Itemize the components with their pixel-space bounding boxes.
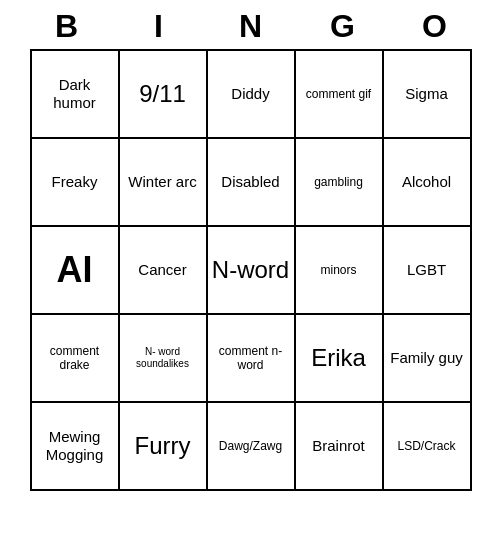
bingo-cell: Dark humor bbox=[32, 51, 120, 139]
bingo-cell: Furry bbox=[120, 403, 208, 491]
bingo-cell: Dawg/Zawg bbox=[208, 403, 296, 491]
bingo-cell: Disabled bbox=[208, 139, 296, 227]
bingo-cell: Winter arc bbox=[120, 139, 208, 227]
header-letter: G bbox=[301, 8, 385, 45]
header-letter: B bbox=[25, 8, 109, 45]
bingo-cell: Brainrot bbox=[296, 403, 384, 491]
bingo-cell: Family guy bbox=[384, 315, 472, 403]
bingo-cell: Erika bbox=[296, 315, 384, 403]
bingo-cell: comment drake bbox=[32, 315, 120, 403]
bingo-cell: N- word soundalikes bbox=[120, 315, 208, 403]
bingo-grid: Dark humor9/11Diddycomment gifSigmaFreak… bbox=[30, 49, 472, 491]
bingo-cell: Freaky bbox=[32, 139, 120, 227]
header-letter: I bbox=[117, 8, 201, 45]
bingo-cell: 9/11 bbox=[120, 51, 208, 139]
header-letter: N bbox=[209, 8, 293, 45]
bingo-cell: Diddy bbox=[208, 51, 296, 139]
bingo-cell: LGBT bbox=[384, 227, 472, 315]
bingo-cell: comment n- word bbox=[208, 315, 296, 403]
bingo-cell: Mewing Mogging bbox=[32, 403, 120, 491]
bingo-cell: N-word bbox=[208, 227, 296, 315]
bingo-header: BINGO bbox=[21, 0, 481, 49]
bingo-cell: comment gif bbox=[296, 51, 384, 139]
bingo-cell: gambling bbox=[296, 139, 384, 227]
header-letter: O bbox=[393, 8, 477, 45]
bingo-cell: Cancer bbox=[120, 227, 208, 315]
bingo-cell: minors bbox=[296, 227, 384, 315]
bingo-cell: LSD/Crack bbox=[384, 403, 472, 491]
bingo-cell: AI bbox=[32, 227, 120, 315]
bingo-cell: Sigma bbox=[384, 51, 472, 139]
bingo-cell: Alcohol bbox=[384, 139, 472, 227]
